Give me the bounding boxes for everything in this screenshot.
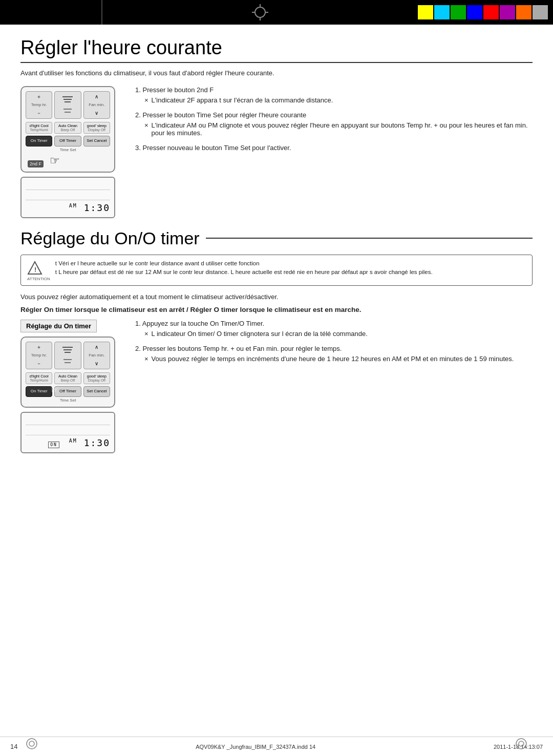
step2-1: 1. Appuyez sur la touche On Timer/O Time… (135, 320, 533, 338)
temp-humi-label-2: Temp/Humi (27, 379, 51, 383)
temp-up-icon: ＋ (36, 94, 41, 100)
svg-point-17 (27, 739, 37, 749)
set-cancel-btn[interactable]: Set Cancel (83, 136, 110, 146)
step-1-bullet: × (144, 96, 148, 104)
color-block-green (451, 5, 466, 19)
attention-text: t Véri er l heure actuelle sur le contr … (55, 259, 433, 277)
time-value-2: 1:30 (84, 437, 110, 448)
page-number: 14 (10, 743, 17, 750)
step2-1-bullet: × (144, 330, 148, 338)
fan-min-btn[interactable]: ∧ Fan min. ∨ (83, 91, 110, 119)
svg-point-18 (29, 741, 34, 746)
display-line-4 (26, 427, 110, 435)
step2-1-number: 1. (135, 320, 141, 327)
steps-list-1: 1. Presser le bouton 2nd F × L'indicateu… (135, 86, 533, 152)
step2-2: 2. Presser les boutons Temp hr. + ou et … (135, 345, 533, 363)
section1-title: Régler l'heure courante (20, 37, 533, 63)
temp-hr-label-2: Temp hr. (31, 353, 47, 358)
fan-icon-btn (54, 91, 81, 119)
color-block-yellow (418, 5, 433, 19)
step-2-number: 2. (135, 111, 141, 119)
fan-high-icon (60, 95, 75, 104)
step-2: 2. Presser le bouton Time Set pour régle… (135, 111, 533, 137)
top-bar-center (102, 4, 418, 20)
section2-divider-line (206, 238, 533, 239)
dlight-cool-btn-2[interactable]: d'light Cool Temp/Humi (26, 372, 52, 384)
attention-box: ! ATTENTION t Véri er l heure actuelle s… (20, 255, 533, 286)
temp-humi-label: Temp/Humi (27, 128, 51, 132)
step-1: 1. Presser le bouton 2nd F × L'indicateu… (135, 86, 533, 104)
top-bar-left-block (0, 0, 102, 25)
display-line-1 (26, 182, 110, 190)
display-box-1: AM 1:30 (20, 177, 115, 218)
section1-right-col: 1. Presser le bouton 2nd F × L'indicateu… (135, 86, 533, 218)
color-block-blue (467, 5, 482, 19)
remote-mid-row: d'light Cool Temp/Humi Auto Clean Beep O… (26, 122, 110, 134)
section2-right-col: 1. Appuyez sur la touche On Timer/O Time… (135, 320, 533, 453)
svg-point-0 (255, 7, 265, 17)
good-sleep-btn[interactable]: good' sleep Display Off (83, 122, 110, 134)
display-time-2: ON AM 1:30 (26, 437, 110, 448)
subsection-label: Réglage du On timer (20, 320, 97, 332)
on-timer-btn-2[interactable]: On Timer ☞ (26, 386, 52, 396)
time-set-label-2: Time Set (26, 398, 110, 403)
off-timer-btn[interactable]: Off Timer (54, 136, 81, 146)
footer-left-text: AQV09K&Y _Jungfrau_IBIM_F_32437A.indd 14 (17, 744, 494, 750)
temp-hr-btn[interactable]: ＋ Temp hr. － (26, 91, 52, 119)
step-3-text: Presser nouveau le bouton Time Set pour … (142, 144, 291, 152)
display-off-label-2: Display Off (85, 379, 109, 383)
step-3: 3. Presser nouveau le bouton Time Set po… (135, 144, 533, 152)
section1-left-col: ＋ Temp hr. － (20, 86, 123, 218)
attention-label: ATTENTION (27, 277, 50, 281)
bottom-bar: 14 AQV09K&Y _Jungfrau_IBIM_F_32437A.indd… (0, 737, 553, 756)
off-timer-label: Off Timer (56, 138, 79, 143)
display-line-2 (26, 192, 110, 200)
good-sleep-label-2: good' sleep (85, 374, 109, 379)
page-content: Régler l'heure courante Avant d'utiliser… (0, 25, 553, 494)
display-time-1: AM 1:30 (26, 202, 110, 213)
set-cancel-label-2: Set Cancel (85, 389, 109, 394)
color-block-magenta (500, 5, 515, 19)
second-f-label: 2nd F (28, 160, 44, 167)
auto-clean-btn-2[interactable]: Auto Clean Beep Off (54, 372, 81, 384)
step2-2-bullet: × (144, 355, 148, 363)
time-set-label: Time Set (26, 148, 110, 152)
remote-top-row: ＋ Temp hr. － (26, 91, 110, 119)
display-off-label: Display Off (85, 128, 109, 132)
temp-hr-btn-2[interactable]: ＋ Temp hr. － (26, 342, 52, 369)
section2-title: Réglage du On/O timer (20, 228, 200, 248)
fan-min-label: Fan min. (89, 102, 104, 108)
fan-icon-btn-2 (54, 342, 81, 369)
step-2-bullet: × (144, 121, 148, 129)
display-line-3 (26, 417, 110, 425)
fan-high-icon-2 (60, 345, 75, 354)
fan-low-icon (60, 106, 75, 115)
set-cancel-btn-2[interactable]: Set Cancel (83, 386, 110, 396)
step-1-sub: × L'indicateur 2F appara t sur l'écran d… (144, 96, 533, 104)
am-label: AM (69, 203, 77, 208)
fan-down-icon: ∨ (95, 110, 98, 116)
finger-container: 2nd F ☞ (26, 154, 110, 167)
attention-icon: ! ATTENTION (27, 260, 50, 281)
remote2-top-row: ＋ Temp hr. － (26, 342, 110, 369)
footer-file-text: AQV09K&Y _Jungfrau_IBIM_F_32437A.indd 14 (196, 744, 315, 750)
am-label-2: AM (69, 438, 77, 444)
section2-intro: Vous pouvez régler automatiquement et a … (20, 293, 533, 301)
good-sleep-btn-2[interactable]: good' sleep Display Off (83, 372, 110, 384)
fan-min-btn-2[interactable]: ∧ Fan min. ∨ (83, 342, 110, 369)
dlight-cool-btn[interactable]: d'light Cool Temp/Humi (26, 122, 52, 134)
color-block-red (483, 5, 499, 19)
color-blocks-container (418, 5, 553, 19)
on-timer-label: On Timer (27, 138, 51, 143)
on-timer-btn[interactable]: On Timer (26, 136, 52, 146)
auto-clean-btn[interactable]: Auto Clean Beep Off (54, 122, 81, 134)
step-2-text: Presser le bouton Time Set pour régler l… (142, 111, 306, 119)
left-circle-icon (26, 738, 38, 751)
step2-2-text: Presser les boutons Temp hr. + ou et Fan… (142, 345, 342, 352)
color-block-orange (516, 5, 531, 19)
beep-off-label: Beep Off (56, 128, 79, 132)
auto-label: Auto Clean (56, 123, 79, 128)
time-value-1: 1:30 (84, 202, 110, 213)
step-1-number: 1. (135, 86, 141, 94)
right-circle-icon (515, 738, 527, 751)
